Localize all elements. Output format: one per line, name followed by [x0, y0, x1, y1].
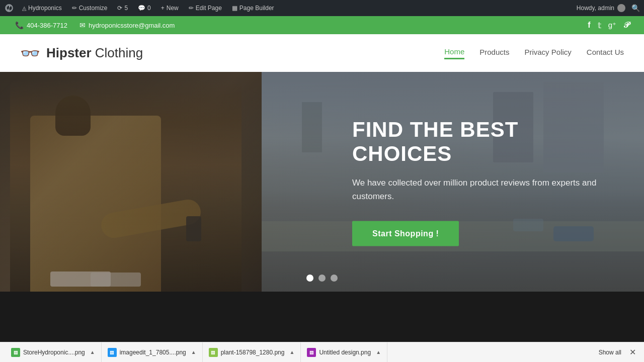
- email-contact: ✉ hydroponicsstore@gmail.com: [79, 21, 175, 29]
- logo-text: Hipster Clothing: [46, 45, 143, 61]
- show-all-button[interactable]: Show all: [594, 349, 626, 356]
- file-icon-plant: ▤: [209, 348, 218, 357]
- file-icon-img: ▤: [108, 348, 117, 357]
- download-item-4[interactable]: ▤ Untitled design.png ▲: [301, 342, 387, 362]
- hero-content: FIND THE BEST CHOICES We have collected …: [332, 117, 644, 246]
- contact-info: 📞 404-386-7712 ✉ hydroponicsstore@gmail.…: [15, 21, 175, 29]
- admin-bar-howdy: Howdy, admin: [577, 4, 625, 12]
- admin-bar-new[interactable]: + New: [159, 5, 181, 12]
- chevron-icon-4: ▲: [376, 349, 381, 355]
- site-logo[interactable]: 👓 Hipster Clothing: [20, 44, 143, 63]
- admin-bar-page-builder[interactable]: ▦ Page Builder: [230, 5, 276, 12]
- admin-bar-comments[interactable]: 💬 0: [136, 5, 153, 12]
- chevron-icon-3: ▲: [289, 349, 294, 355]
- slider-dot-2[interactable]: [318, 275, 326, 282]
- chevron-icon-1: ▲: [90, 349, 95, 355]
- facebook-icon[interactable]: f: [588, 21, 590, 30]
- logo-glasses-icon: 👓: [20, 44, 40, 63]
- slider-dots: [306, 275, 338, 282]
- nav-item-home[interactable]: Home: [444, 47, 464, 59]
- email-icon: ✉: [79, 21, 86, 29]
- chevron-icon-2: ▲: [191, 349, 196, 355]
- hero-section: FIND THE BEST CHOICES We have collected …: [0, 72, 644, 292]
- social-icons: f 𝕥 g⁺ 𝒫: [588, 21, 629, 30]
- hero-subtitle: We have collected over million product r…: [352, 176, 614, 203]
- admin-avatar: [617, 4, 625, 12]
- download-filename-1: StoreHydroponic....png: [23, 349, 85, 356]
- download-item-3[interactable]: ▤ plant-158798_1280.png ▲: [203, 342, 301, 362]
- nav-item-privacy-policy[interactable]: Privacy Policy: [524, 48, 571, 58]
- contact-bar: 📞 404-386-7712 ✉ hydroponicsstore@gmail.…: [0, 16, 644, 34]
- slider-dot-1[interactable]: [306, 275, 313, 282]
- start-shopping-button[interactable]: Start Shopping !: [352, 221, 459, 246]
- file-icon-design: ▤: [307, 348, 316, 357]
- googleplus-icon[interactable]: g⁺: [608, 21, 616, 30]
- admin-bar-site[interactable]: ◬ Hydroponics: [20, 5, 64, 12]
- downloads-bar: ▤ StoreHydroponic....png ▲ ▤ imageedit_1…: [0, 342, 644, 362]
- download-item-1[interactable]: ▤ StoreHydroponic....png ▲: [5, 342, 102, 362]
- close-downloads-button[interactable]: ✕: [626, 347, 639, 357]
- wp-logo-icon[interactable]: [4, 3, 14, 13]
- admin-bar-edit-page[interactable]: ✏ Edit Page: [187, 5, 224, 12]
- download-item-2[interactable]: ▤ imageedit_1_7805....png ▲: [102, 342, 203, 362]
- file-icon-png: ▤: [11, 348, 20, 357]
- admin-bar-customize[interactable]: ✏ Customize: [70, 5, 110, 12]
- phone-contact: 📞 404-386-7712: [15, 21, 67, 29]
- download-filename-3: plant-158798_1280.png: [221, 349, 285, 356]
- phone-icon: 📞: [15, 21, 24, 29]
- wp-admin-bar: ◬ Hydroponics ✏ Customize ⟳ 5 💬 0 + New …: [0, 0, 644, 16]
- download-filename-4: Untitled design.png: [319, 349, 371, 356]
- twitter-icon[interactable]: 𝕥: [598, 21, 601, 30]
- pinterest-icon[interactable]: 𝒫: [623, 21, 629, 30]
- site-navigation: Home Products Privacy Policy Contact Us: [444, 47, 624, 59]
- download-filename-2: imageedit_1_7805....png: [120, 349, 186, 356]
- hero-title: FIND THE BEST CHOICES: [352, 117, 614, 166]
- slider-dot-3[interactable]: [331, 275, 338, 282]
- nav-item-contact-us[interactable]: Contact Us: [587, 48, 624, 58]
- admin-bar-search-icon[interactable]: 🔍: [631, 4, 640, 12]
- site-header: 👓 Hipster Clothing Home Products Privacy…: [0, 34, 644, 72]
- nav-item-products[interactable]: Products: [479, 48, 509, 58]
- admin-bar-updates[interactable]: ⟳ 5: [115, 5, 130, 12]
